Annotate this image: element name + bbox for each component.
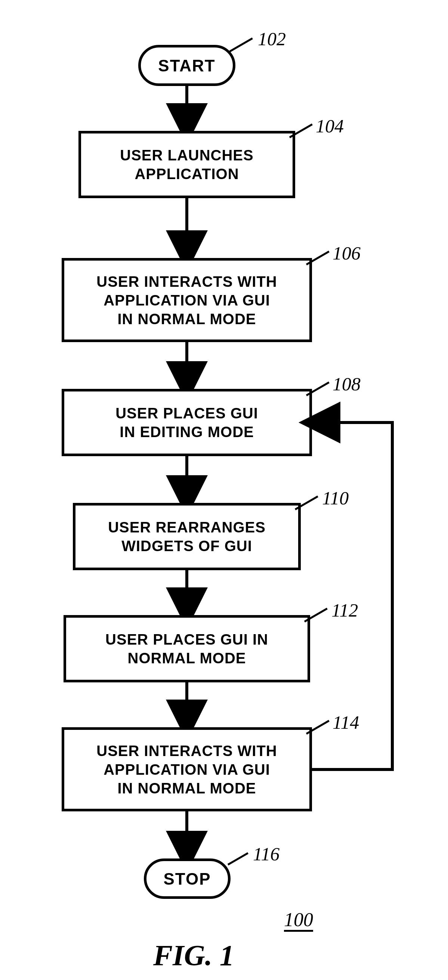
arrow-feedback-loop xyxy=(0,0,448,980)
figure-number: 100 xyxy=(284,908,313,931)
flowchart-canvas: START 102 USER LAUNCHES APPLICATION 104 … xyxy=(0,0,448,980)
figure-title: FIG. 1 xyxy=(153,939,234,972)
